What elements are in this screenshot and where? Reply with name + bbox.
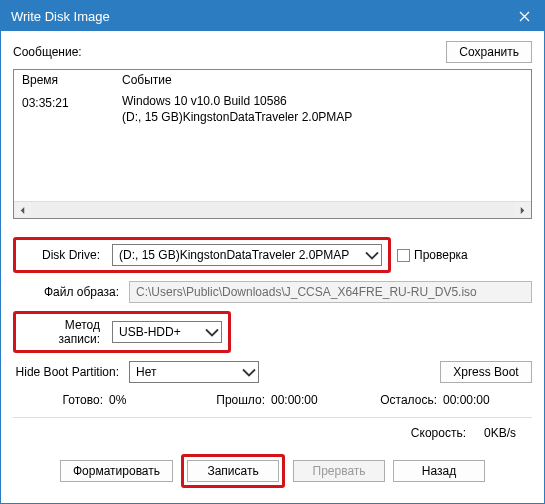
window-title: Write Disk Image (11, 9, 504, 24)
disk-drive-value: (D:, 15 GB)KingstonDataTraveler 2.0PMAP (113, 248, 363, 262)
scroll-track[interactable] (31, 202, 514, 218)
disk-drive-highlight: Disk Drive: (D:, 15 GB)KingstonDataTrave… (13, 237, 391, 273)
message-label: Сообщение: (13, 45, 446, 59)
chevron-right-icon (519, 207, 526, 214)
elapsed-value: 00:00:00 (271, 393, 341, 407)
log-panel: Время Событие 03:35:21 Windows 10 v10.0 … (13, 69, 532, 219)
hide-boot-combo[interactable]: Нет (129, 361, 259, 383)
log-body: 03:35:21 Windows 10 v10.0 Build 10586 (D… (14, 90, 531, 201)
remain-value: 00:00:00 (443, 393, 490, 407)
bottom-buttons: Форматировать Записать Прервать Назад (13, 454, 532, 488)
disk-drive-label: Disk Drive: (22, 248, 104, 262)
image-file-row: Файл образа: C:\Users\Public\Downloads\J… (13, 279, 532, 305)
abort-button: Прервать (293, 460, 385, 482)
write-method-combo[interactable]: USB-HDD+ (112, 321, 222, 343)
speed-label: Скорость: (411, 426, 466, 440)
disk-drive-combo[interactable]: (D:, 15 GB)KingstonDataTraveler 2.0PMAP (112, 244, 382, 266)
log-col-event: Событие (114, 70, 531, 90)
format-button[interactable]: Форматировать (60, 460, 173, 482)
write-method-highlight: Метод записи: USB-HDD+ (13, 311, 231, 353)
remain-label: Осталось: (347, 393, 437, 407)
write-method-row: Метод записи: USB-HDD+ (13, 311, 532, 353)
scroll-right-button[interactable] (514, 202, 531, 219)
xpress-boot-button[interactable]: Xpress Boot (440, 361, 532, 383)
chevron-left-icon (19, 207, 26, 214)
write-button-highlight: Записать (181, 454, 285, 488)
write-method-value: USB-HDD+ (113, 325, 203, 339)
hide-boot-label: Hide Boot Partition: (13, 365, 123, 379)
speed-row: Скорость: 0KB/s (13, 426, 532, 440)
image-file-label: Файл образа: (13, 285, 123, 299)
log-event-cell: Windows 10 v10.0 Build 10586 (D:, 15 GB)… (114, 90, 531, 201)
status-row: Готово: 0% Прошло: 00:00:00 Осталось: 00… (13, 391, 532, 409)
message-row: Сообщение: Сохранить (13, 41, 532, 63)
speed-value: 0KB/s (484, 426, 516, 440)
window: Write Disk Image Сообщение: Сохранить Вр… (0, 0, 545, 504)
horizontal-scrollbar[interactable] (14, 201, 531, 218)
hide-boot-row: Hide Boot Partition: Нет Xpress Boot (13, 359, 532, 385)
content-area: Сообщение: Сохранить Время Событие 03:35… (1, 31, 544, 503)
chevron-down-icon (363, 251, 381, 260)
scroll-left-button[interactable] (14, 202, 31, 219)
log-header: Время Событие (14, 70, 531, 90)
disk-drive-row: Disk Drive: (D:, 15 GB)KingstonDataTrave… (13, 237, 532, 273)
write-method-label: Метод записи: (22, 318, 104, 346)
chevron-down-icon (203, 328, 221, 337)
log-time-cell: 03:35:21 (14, 90, 114, 201)
hide-boot-value: Нет (130, 365, 240, 379)
write-button[interactable]: Записать (187, 460, 279, 482)
back-button[interactable]: Назад (393, 460, 485, 482)
check-label: Проверка (414, 248, 468, 262)
titlebar: Write Disk Image (1, 1, 544, 31)
elapsed-label: Прошло: (165, 393, 265, 407)
ready-value: 0% (109, 393, 159, 407)
close-icon (519, 11, 530, 22)
chevron-down-icon (240, 368, 258, 377)
check-checkbox[interactable]: Проверка (397, 248, 468, 262)
image-file-field: C:\Users\Public\Downloads\J_CCSA_X64FRE_… (129, 281, 532, 303)
log-col-time: Время (14, 70, 114, 90)
save-button[interactable]: Сохранить (446, 41, 532, 63)
ready-label: Готово: (17, 393, 103, 407)
checkbox-box (397, 249, 410, 262)
close-button[interactable] (504, 1, 544, 31)
